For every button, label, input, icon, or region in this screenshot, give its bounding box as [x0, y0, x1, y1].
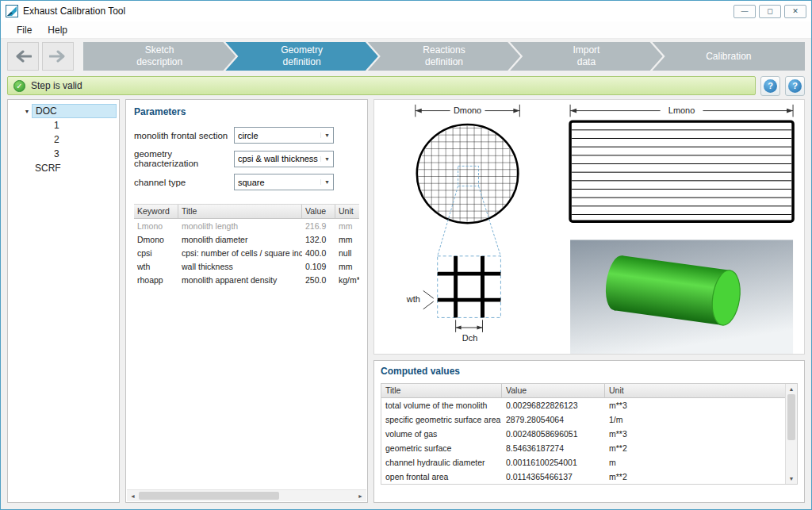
- dch-label: Dch: [462, 334, 477, 343]
- table-row[interactable]: channel hydraulic diameter 0.00116100254…: [381, 455, 785, 470]
- back-button[interactable]: [7, 42, 39, 71]
- table-row[interactable]: Dmono monolith diameter 132.0 mm: [134, 232, 359, 246]
- step-reactions-definition[interactable]: Reactions definition: [368, 42, 520, 71]
- context-help-icon: ?: [788, 79, 802, 93]
- wth-annotation: wth: [406, 290, 434, 309]
- chevron-down-icon: ▼: [320, 179, 333, 185]
- maximize-button[interactable]: ◻: [759, 5, 781, 18]
- scrollbar-thumb[interactable]: [787, 394, 795, 440]
- window-title: Exhaust Calibration Tool: [23, 6, 730, 17]
- step-sketch-description[interactable]: Sketch description: [83, 42, 236, 71]
- geometry-characterization-select[interactable]: cpsi & wall thickness ▼: [234, 151, 334, 167]
- tree-item-doc[interactable]: ▼ DOC: [8, 104, 119, 118]
- status-row: ✓ Step is valid ? ?: [1, 74, 811, 98]
- model-tree-panel: ▼ DOC 1 2 3 SCRF: [7, 99, 120, 503]
- table-row[interactable]: total volume of the monolith 0.002968228…: [381, 398, 785, 412]
- table-row[interactable]: specific geometric surface area 2879.280…: [381, 412, 785, 427]
- field-channel-type: channel type square ▼: [134, 174, 359, 190]
- scroll-left-icon[interactable]: ◄: [127, 493, 139, 499]
- computed-values-title: Computed values: [381, 366, 798, 377]
- parameters-panel: Parameters monolith frontal section circ…: [125, 99, 368, 503]
- scroll-right-icon[interactable]: ►: [354, 493, 366, 499]
- title-bar: Exhaust Calibration Tool — ◻ ✕: [1, 1, 811, 21]
- tree-item-3[interactable]: 3: [8, 147, 119, 161]
- field-geometry-characterization: geometry characterization cpsi & wall th…: [134, 149, 359, 168]
- scroll-down-icon[interactable]: ▼: [789, 474, 795, 484]
- parameters-table: Keyword Title Value Unit Lmono monolith …: [134, 204, 359, 489]
- wizard-bar: Sketch description Geometry definition R…: [1, 39, 811, 74]
- dmono-dimension: Dmono: [416, 105, 520, 117]
- dch-dimension: Dch: [456, 320, 483, 343]
- status-message: Step is valid: [31, 80, 82, 91]
- step-calibration[interactable]: Calibration: [653, 42, 805, 71]
- app-window: Exhaust Calibration Tool — ◻ ✕ File Help…: [0, 0, 812, 510]
- help-button[interactable]: ?: [760, 76, 780, 96]
- table-row[interactable]: rhoapp monolith apparent density 250.0 k…: [134, 273, 359, 286]
- table-row[interactable]: open frontal area 0.0114365466137 m**2: [381, 470, 785, 484]
- scrollbar-track[interactable]: [786, 394, 797, 474]
- lmono-dimension: Lmono: [570, 105, 793, 117]
- right-column: Dmono: [373, 99, 805, 503]
- main-content: ▼ DOC 1 2 3 SCRF Parameters monolith fro…: [1, 98, 811, 509]
- channel-type-select[interactable]: square ▼: [234, 174, 334, 190]
- chevron-down-icon: ▼: [320, 156, 333, 162]
- chevron-down-icon: ▼: [320, 132, 333, 138]
- geometry-diagram: Dmono: [374, 100, 804, 354]
- table-row[interactable]: Lmono monolith length 216.9 mm: [134, 219, 359, 232]
- arrow-right-icon: [49, 50, 67, 63]
- wth-label: wth: [406, 294, 420, 304]
- tree-item-1[interactable]: 1: [8, 118, 119, 132]
- field-monolith-frontal-section: monolith frontal section circle ▼: [134, 127, 359, 144]
- horizontal-scrollbar[interactable]: ◄ ►: [127, 489, 366, 501]
- help-icon: ?: [764, 79, 777, 93]
- menu-file[interactable]: File: [9, 22, 40, 38]
- context-help-button[interactable]: ?: [785, 76, 805, 96]
- minimize-button[interactable]: —: [733, 5, 756, 18]
- step-geometry-definition[interactable]: Geometry definition: [225, 42, 377, 71]
- tree-item-2[interactable]: 2: [8, 132, 119, 147]
- scrollbar-track[interactable]: [139, 490, 354, 501]
- computed-values-panel: Computed values Title Value Unit total v…: [373, 360, 805, 503]
- dmono-label: Dmono: [454, 106, 481, 116]
- lmono-label: Lmono: [668, 106, 695, 116]
- scroll-up-icon[interactable]: ▲: [789, 384, 795, 394]
- close-button[interactable]: ✕: [784, 5, 806, 18]
- status-bar: ✓ Step is valid: [7, 76, 756, 95]
- computed-table-header: Title Value Unit: [381, 384, 785, 398]
- tree-item-scrf[interactable]: SCRF: [8, 161, 119, 175]
- app-icon: [6, 5, 18, 17]
- vertical-scrollbar[interactable]: ▲ ▼: [785, 384, 797, 484]
- table-row[interactable]: wth wall thickness 0.109 mm: [134, 259, 359, 273]
- monolith-front-view: [417, 125, 519, 223]
- menu-help[interactable]: Help: [40, 22, 75, 38]
- menu-bar: File Help: [1, 21, 811, 39]
- parameters-table-header: Keyword Title Value Unit: [134, 205, 359, 219]
- table-row[interactable]: cpsi cpsi: number of cells / square inch…: [134, 246, 359, 259]
- parameters-title: Parameters: [134, 106, 359, 117]
- step-import-data[interactable]: Import data: [510, 42, 662, 71]
- wizard-steps: Sketch description Geometry definition R…: [83, 42, 805, 71]
- table-row[interactable]: volume of gas 0.00248058696051 m**3: [381, 427, 785, 441]
- check-icon: ✓: [13, 80, 25, 92]
- arrow-left-icon: [14, 50, 32, 63]
- table-row[interactable]: geometric surface 8.54636187274 m**2: [381, 441, 785, 455]
- channel-detail-view: [438, 256, 501, 318]
- monolith-side-view: [570, 121, 793, 221]
- tree-expander-icon[interactable]: ▼: [22, 109, 32, 114]
- computed-values-table: Title Value Unit total volume of the mon…: [381, 383, 798, 485]
- forward-button[interactable]: [42, 42, 74, 71]
- monolith-frontal-section-select[interactable]: circle ▼: [234, 127, 334, 144]
- scrollbar-thumb[interactable]: [139, 492, 279, 500]
- monolith-3d-view[interactable]: [570, 240, 793, 354]
- geometry-diagram-panel: Dmono: [373, 99, 805, 355]
